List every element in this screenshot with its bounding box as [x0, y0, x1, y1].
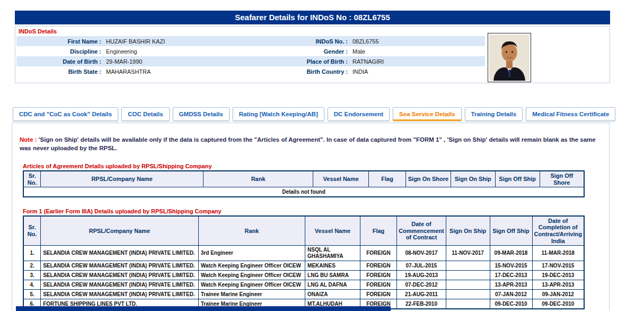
- aoa-col-sr-no: Sr. No.: [23, 171, 41, 187]
- place-of-birth-value: RATNAGIRI: [350, 58, 485, 65]
- aoa-col-vessel: Vessel Name: [313, 171, 369, 187]
- cell-sign-off-ship: 07-JAN-2012: [490, 290, 532, 299]
- tab-coc-details[interactable]: COC Details: [121, 107, 169, 121]
- detail-row-name-indos: First Name : HUZAIF BASHIR KAZI INDoS No…: [16, 36, 485, 46]
- table-row: 3. SELANDIA CREW MANAGEMENT (INDIA) PRIV…: [23, 271, 584, 280]
- cell-completion: 09-DEC-2010: [532, 299, 584, 309]
- articles-of-agreement-table: Sr. No. RPSL/Company Name Rank Vessel Na…: [23, 170, 585, 197]
- date-of-birth-value: 29-MAR-1990: [104, 58, 250, 65]
- cell-flag: FOREIGN: [360, 290, 396, 299]
- cell-rank: Watch Keeping Engineer Officer OICEW: [198, 280, 305, 290]
- cell-company: SELANDIA CREW MANAGEMENT (INDIA) PRIVATE…: [41, 280, 199, 290]
- cell-completion: 17-NOV-2015: [532, 261, 584, 271]
- note-text: 'Sign on Ship' details will be available…: [20, 136, 596, 151]
- cell-vessel: MEKAINES: [305, 261, 360, 271]
- table-row: 5. SELANDIA CREW MANAGEMENT (INDIA) PRIV…: [23, 290, 584, 299]
- form1-col-commencement-date: Date of Commencement of Contract: [397, 216, 446, 246]
- cell-sign-on-ship: [446, 261, 490, 271]
- cell-vessel: ONAIZA: [305, 290, 360, 299]
- form1-col-vessel: Vessel Name: [305, 216, 360, 246]
- cell-sign-off-ship: 17-DEC-2013: [490, 271, 532, 280]
- cell-sr-no: 2.: [23, 261, 41, 271]
- form1-table-caption: Form 1 (Earlier Form IIIA) Details uploa…: [23, 208, 609, 214]
- form1-col-sr-no: Sr. No.: [23, 216, 41, 246]
- cell-company: SELANDIA CREW MANAGEMENT (INDIA) PRIVATE…: [41, 261, 199, 271]
- tab-rating-watch-keeping-ab[interactable]: Rating [Watch Keeping/AB]: [233, 107, 324, 121]
- birth-country-label: Birth Country :: [250, 68, 350, 75]
- aoa-col-sign-on-shore: Sign On Shore: [406, 171, 451, 187]
- form1-col-flag: Flag: [360, 216, 396, 246]
- aoa-col-sign-on-ship: Sign On Ship: [451, 171, 495, 187]
- table-row: 4. SELANDIA CREW MANAGEMENT (INDIA) PRIV…: [23, 280, 584, 290]
- seafarer-photo-image: [489, 34, 530, 81]
- aoa-col-sign-off-shore: Sign Off Shore: [540, 171, 584, 187]
- cell-completion: 11-MAR-2018: [532, 246, 584, 261]
- tab-training-details[interactable]: Training Details: [465, 107, 523, 121]
- gender-label: Gender :: [250, 48, 350, 55]
- cell-rank: Trainee Marine Engineer: [198, 290, 305, 299]
- details-not-found-message: Details not found: [23, 187, 584, 197]
- discipline-label: Discipline :: [16, 48, 104, 55]
- aoa-empty-row: Details not found: [23, 187, 584, 197]
- detail-row-dob-pob: Date of Birth : 29-MAR-1990 Place of Bir…: [16, 56, 485, 66]
- cell-sign-on-ship: [446, 299, 490, 309]
- cell-completion: 13-APR-2013: [532, 280, 584, 290]
- cell-commencement: 07-DEC-2012: [397, 280, 446, 290]
- form1-header-row: Sr. No. RPSL/Company Name Rank Vessel Na…: [23, 216, 584, 246]
- cell-company: SELANDIA CREW MANAGEMENT (INDIA) PRIVATE…: [41, 290, 199, 299]
- cell-rank: Watch Keeping Engineer Officer OICEW: [198, 261, 305, 271]
- sign-on-ship-note: Note : 'Sign on Ship' details will be av…: [20, 136, 602, 152]
- cell-vessel: LNG BU SAMRA: [305, 271, 360, 280]
- cell-rank: 3rd Engineer: [198, 246, 305, 261]
- aoa-col-sign-off-ship: Sign Off Ship: [495, 171, 540, 187]
- cell-flag: FOREIGN: [360, 261, 396, 271]
- first-name-label: First Name :: [16, 38, 104, 45]
- aoa-col-rank: Rank: [203, 171, 313, 187]
- form1-col-sign-on-ship: Sign On Ship: [446, 216, 490, 246]
- detail-row-state-country: Birth State : MAHARASHTRA Birth Country …: [16, 66, 485, 76]
- cell-sign-off-ship: 15-NOV-2015: [490, 261, 532, 271]
- cell-sr-no: 5.: [23, 290, 41, 299]
- cell-company: SELANDIA CREW MANAGEMENT (INDIA) PRIVATE…: [41, 246, 199, 261]
- tab-sea-service-details[interactable]: Sea Service Details: [393, 107, 462, 121]
- cell-completion: 09-JAN-2012: [532, 290, 584, 299]
- detail-row-discipline-gender: Discipline : Engineering Gender : Male: [16, 46, 485, 56]
- cell-commencement: 22-FEB-2010: [397, 299, 446, 309]
- cell-flag: FOREIGN: [360, 246, 396, 261]
- cell-sign-off-ship: 09-MAR-2018: [490, 246, 532, 261]
- cell-vessel: NSQL AL GHASHAMIYA: [305, 246, 360, 261]
- date-of-birth-label: Date of Birth :: [16, 58, 104, 65]
- indos-details-section: INDoS Details First Name : HUZAIF BASHIR…: [15, 26, 610, 83]
- birth-state-label: Birth State :: [16, 68, 104, 75]
- cell-vessel: LNG AL DAFNA: [305, 280, 360, 290]
- form1-col-sign-off-ship: Sign Off Ship: [490, 216, 532, 246]
- sea-service-section: CDC and "CoC as Cook" Details COC Detail…: [12, 107, 610, 311]
- page-title: Seafarer Details for INDoS No : 08ZL6755: [15, 11, 610, 24]
- cell-sign-on-ship: [446, 271, 490, 280]
- discipline-value: Engineering: [104, 48, 250, 55]
- cell-sr-no: 4.: [23, 280, 41, 290]
- aoa-table-caption: Articles of Agreement Details uploaded b…: [23, 163, 609, 169]
- top-section: Seafarer Details for INDoS No : 08ZL6755…: [15, 11, 610, 83]
- cell-rank: Watch Keeping Engineer Officer OICEW: [198, 271, 305, 280]
- cell-company: SELANDIA CREW MANAGEMENT (INDIA) PRIVATE…: [41, 271, 199, 280]
- cell-sign-on-ship: [446, 280, 490, 290]
- seafarer-photo: [488, 33, 531, 82]
- birth-country-value: INDIA: [350, 68, 485, 75]
- cell-commencement: 21-AUG-2011: [397, 290, 446, 299]
- tab-dc-endorsement[interactable]: DC Endorsement: [328, 107, 390, 121]
- cell-sr-no: 3.: [23, 271, 41, 280]
- place-of-birth-label: Place of Birth :: [250, 58, 350, 65]
- cell-sign-off-ship: 13-APR-2013: [490, 280, 532, 290]
- indos-no-label: INDoS No. :: [250, 38, 350, 45]
- cell-sign-on-ship: 11-NOV-2017: [446, 246, 490, 261]
- indos-details-grid: First Name : HUZAIF BASHIR KAZI INDoS No…: [16, 36, 485, 76]
- tab-medical-fitness-certificate[interactable]: Medical Fitness Certificate: [526, 107, 615, 121]
- tab-content-panel: Note : 'Sign on Ship' details will be av…: [12, 123, 610, 311]
- tab-cdc-and-coc-as-cook-details[interactable]: CDC and "CoC as Cook" Details: [13, 107, 118, 121]
- table-row: 1. SELANDIA CREW MANAGEMENT (INDIA) PRIV…: [23, 246, 584, 261]
- cell-sign-on-ship: [446, 290, 490, 299]
- footer-bar: [16, 306, 391, 311]
- aoa-col-company: RPSL/Company Name: [41, 171, 203, 187]
- tab-gmdss-details[interactable]: GMDSS Details: [173, 107, 230, 121]
